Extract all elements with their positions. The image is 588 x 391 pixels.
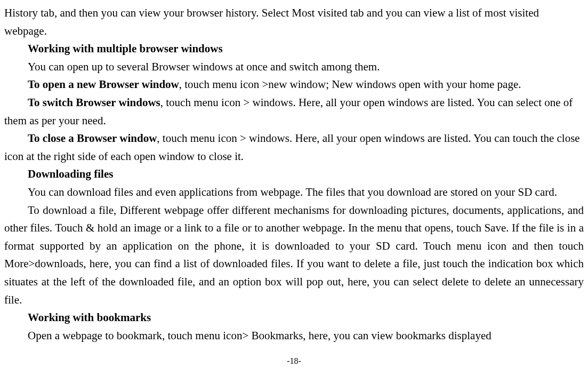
page-number: -18-: [4, 354, 584, 368]
paragraph-history-continuation: History tab, and then you can view your …: [4, 4, 584, 40]
paragraph-open-new-window: To open a new Browser window, touch menu…: [4, 76, 584, 94]
paragraph-download-details: To download a file, Different webpage of…: [4, 202, 584, 309]
bold-close-window: To close a Browser window: [28, 132, 157, 145]
text-open-new-window: , touch menu icon >new window; New windo…: [179, 78, 521, 91]
text-switch-windows-a: , touch menu icon > windows. Here, all y…: [160, 96, 477, 109]
paragraph-open-several: You can open up to several Browser windo…: [4, 58, 584, 76]
paragraph-close-window: To close a Browser window, touch menu ic…: [4, 130, 584, 165]
heading-downloading-files: Downloading files: [4, 165, 584, 183]
text-close-window-a: , touch menu icon > windows. Here, all y…: [157, 132, 473, 145]
bold-switch-windows: To switch Browser windows: [28, 96, 160, 109]
paragraph-download-intro: You can download files and even applicat…: [4, 183, 584, 202]
paragraph-switch-windows: To switch Browser windows, touch menu ic…: [4, 94, 584, 130]
paragraph-bookmarks-intro: Open a webpage to bookmark, touch menu i…: [4, 327, 584, 345]
heading-multiple-windows: Working with multiple browser windows: [4, 40, 584, 58]
heading-bookmarks: Working with bookmarks: [4, 309, 584, 327]
bold-open-new-window: To open a new Browser window: [28, 78, 179, 91]
